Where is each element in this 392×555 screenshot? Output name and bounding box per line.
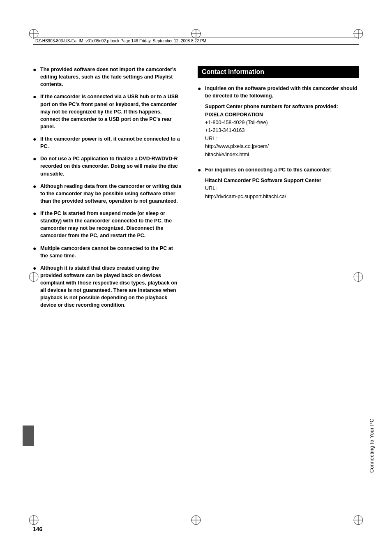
header-text: DZ-HS903-803-US-Ea_IM_v01d05n02.p.book P… xyxy=(35,39,206,43)
content-area: ● The provided software does not import … xyxy=(33,53,359,522)
page: DZ-HS903-803-US-Ea_IM_v01d05n02.p.book P… xyxy=(0,0,392,555)
contact-bullet-2: ● For inquiries on connecting a PC to th… xyxy=(198,166,359,173)
list-item: ● If the camcorder power is off, it cann… xyxy=(33,135,181,150)
bullet-text: If the camcorder power is off, it cannot… xyxy=(40,135,181,150)
bullet-dot: ● xyxy=(33,136,39,143)
contact-header-text: Contact Information xyxy=(202,68,264,75)
contact-bullet-1: ● Inquiries on the software provided wit… xyxy=(198,85,359,99)
support-line: URL: xyxy=(205,135,359,143)
bullet-text: The provided software does not import th… xyxy=(40,66,181,88)
bullet-text: Inquiries on the software provided with … xyxy=(205,85,359,99)
left-block xyxy=(23,426,34,446)
support-line: http://dvdcam-pc.support.hitachi.ca/ xyxy=(205,193,359,201)
page-number-text: 146 xyxy=(33,526,42,532)
bullet-text: Multiple camcorders cannot be connected … xyxy=(40,245,181,259)
contact-header: Contact Information xyxy=(198,66,359,78)
left-column: ● The provided software does not import … xyxy=(33,53,189,522)
support-line: Hitachi Camcorder PC Software Support Ce… xyxy=(205,177,359,185)
list-item: ● If the PC is started from suspend mode… xyxy=(33,210,181,240)
list-item: ● Do not use a PC application to finaliz… xyxy=(33,155,181,177)
side-label: Connecting to Your PC xyxy=(369,419,375,473)
bullet-text: If the camcorder is connected via a USB … xyxy=(40,93,181,130)
bullet-dot: ● xyxy=(33,93,39,100)
bullet-text: For inquiries on connecting a PC to this… xyxy=(205,166,359,173)
bullet-dot: ● xyxy=(33,183,39,190)
bullet-text: Although it is stated that discs created… xyxy=(40,264,181,309)
contact-section-2: ● For inquiries on connecting a PC to th… xyxy=(198,166,359,201)
bullet-dot: ● xyxy=(33,265,39,272)
support-line: URL: xyxy=(205,185,359,192)
header-bar: DZ-HS903-803-US-Ea_IM_v01d05n02.p.book P… xyxy=(33,37,359,45)
side-label-text: Connecting to Your PC xyxy=(369,419,375,473)
support-line: PIXELA CORPORATION xyxy=(205,111,359,119)
support-block-1: Support Center phone numbers for softwar… xyxy=(205,103,359,159)
bullet-dot: ● xyxy=(33,210,39,217)
bullet-text: Do not use a PC application to finalize … xyxy=(40,155,181,177)
bullet-dot: ● xyxy=(33,66,39,73)
bullet-dot: ● xyxy=(198,166,203,173)
list-item: ● Although it is stated that discs creat… xyxy=(33,264,181,309)
bullet-text: If the PC is started from suspend mode (… xyxy=(40,210,181,240)
bullet-dot: ● xyxy=(198,85,203,92)
support-line: +1-213-341-0163 xyxy=(205,127,359,134)
list-item: ● If the camcorder is connected via a US… xyxy=(33,93,181,130)
bullet-text: Although reading data from the camcorder… xyxy=(40,183,181,205)
support-line: +1-800-458-4029 (Toll-free) xyxy=(205,119,359,127)
right-column: Contact Information ● Inquiries on the s… xyxy=(189,53,359,522)
support-line: Support Center phone numbers for softwar… xyxy=(205,103,359,111)
bullet-dot: ● xyxy=(33,245,39,252)
support-line: http://www.pixela.co.jp/oem/hitachi/e/in… xyxy=(205,143,359,159)
support-block-2: Hitachi Camcorder PC Software Support Ce… xyxy=(205,177,359,201)
page-number: 146 xyxy=(33,526,42,532)
list-item: ● Multiple camcorders cannot be connecte… xyxy=(33,245,181,259)
bullet-dot: ● xyxy=(33,155,39,162)
list-item: ● The provided software does not import … xyxy=(33,66,181,88)
contact-section-1: ● Inquiries on the software provided wit… xyxy=(198,85,359,159)
bullet-list: ● The provided software does not import … xyxy=(33,66,181,309)
list-item: ● Although reading data from the camcord… xyxy=(33,183,181,205)
